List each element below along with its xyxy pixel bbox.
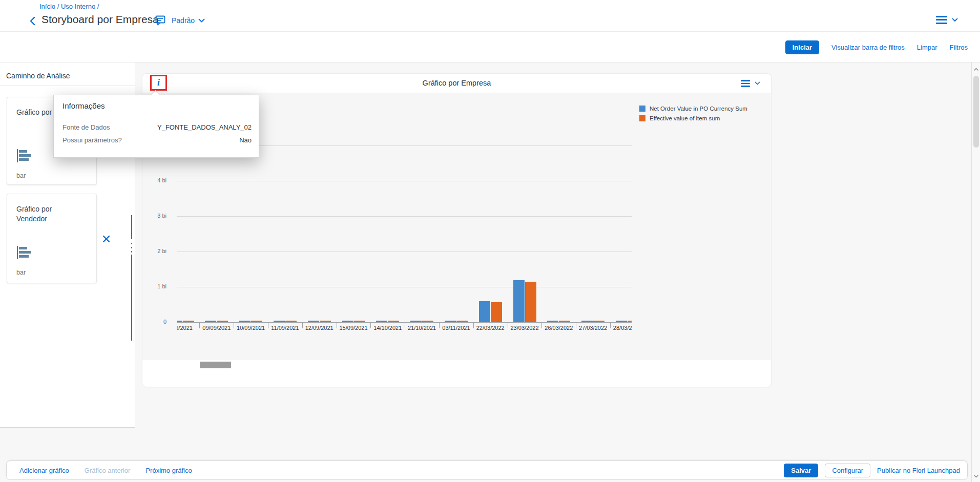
application-root: Início / Uso Interno / Storyboard por Em… bbox=[0, 0, 980, 482]
y-tick-label: 4 bi bbox=[157, 177, 166, 183]
bar[interactable] bbox=[491, 302, 502, 322]
scroll-up-icon[interactable] bbox=[973, 67, 979, 72]
click-highlight-box: i bbox=[150, 75, 167, 91]
y-tick-label: 2 bi bbox=[157, 248, 166, 254]
configure-button[interactable]: Configurar bbox=[825, 464, 870, 477]
publish-fiori-launchpad-link[interactable]: Publicar no Fiori Launchpad bbox=[877, 467, 960, 474]
hamburger-icon bbox=[936, 14, 947, 26]
remove-card-icon[interactable] bbox=[102, 235, 111, 243]
variant-selector[interactable]: Padrão bbox=[172, 16, 205, 25]
show-filter-bar-link[interactable]: Visualizar barra de filtros bbox=[831, 44, 905, 51]
gridline bbox=[177, 287, 632, 287]
bar[interactable] bbox=[593, 321, 604, 322]
back-icon[interactable] bbox=[29, 16, 37, 26]
popover-title: Informações bbox=[62, 101, 105, 110]
bar[interactable] bbox=[445, 321, 456, 322]
bar-chart-icon bbox=[16, 245, 33, 260]
divider bbox=[54, 116, 259, 116]
bar[interactable] bbox=[285, 321, 297, 322]
bar[interactable] bbox=[479, 301, 490, 322]
card-title: Gráfico por Vendedor bbox=[16, 204, 83, 224]
chevron-down-icon bbox=[198, 18, 205, 23]
gridline bbox=[177, 216, 632, 217]
informacoes-popover: Informações Fonte de Dados Y_FONTE_DADOS… bbox=[53, 95, 259, 158]
bar[interactable] bbox=[183, 321, 194, 322]
previous-chart-link: Gráfico anterior bbox=[85, 467, 131, 474]
bar[interactable] bbox=[239, 321, 251, 322]
chevron-down-icon bbox=[952, 18, 958, 22]
y-tick-label: 0 bbox=[163, 319, 166, 325]
chevron-down-icon bbox=[755, 81, 760, 86]
bar[interactable] bbox=[320, 321, 331, 322]
legend-item[interactable]: Net Order Value in PO Currency Sum bbox=[639, 106, 747, 112]
info-icon[interactable]: i bbox=[157, 77, 160, 88]
x-axis-line bbox=[177, 322, 632, 323]
legend-swatch-blue bbox=[639, 106, 645, 112]
bar[interactable] bbox=[308, 321, 319, 322]
legend-swatch-orange bbox=[639, 115, 645, 121]
scrollbar-thumb[interactable] bbox=[973, 76, 979, 148]
sidebar-splitter-handle[interactable] bbox=[131, 215, 133, 341]
x-tick-label: 28/03/2022 bbox=[604, 325, 632, 331]
page-vertical-scrollbar[interactable] bbox=[971, 62, 980, 482]
scroll-down-icon[interactable] bbox=[973, 473, 979, 479]
bar[interactable] bbox=[274, 321, 285, 322]
filters-link[interactable]: Filtros bbox=[950, 44, 968, 51]
bar[interactable] bbox=[342, 321, 353, 322]
bar[interactable] bbox=[628, 321, 632, 322]
bar[interactable] bbox=[456, 321, 468, 322]
action-toolbar: Iniciar Visualizar barra de filtros Limp… bbox=[0, 32, 980, 62]
save-button[interactable]: Salvar bbox=[784, 464, 818, 477]
bar[interactable] bbox=[422, 321, 433, 322]
bar[interactable] bbox=[547, 321, 558, 322]
bar[interactable] bbox=[559, 321, 570, 322]
bar[interactable] bbox=[525, 282, 536, 322]
y-tick-label: 3 bi bbox=[157, 213, 166, 219]
legend-label: Effective value of item sum bbox=[650, 115, 720, 121]
popover-row: Fonte de Dados Y_FONTE_DADOS_ANALY_02 bbox=[62, 123, 252, 131]
popover-row: Possui parâmetros? Não bbox=[62, 136, 252, 144]
comment-icon[interactable] bbox=[155, 15, 166, 26]
shell-menu-button[interactable] bbox=[936, 14, 958, 26]
page-title: Storyboard por Empresa bbox=[41, 13, 159, 26]
bar[interactable] bbox=[354, 321, 365, 322]
card-chart-type: bar bbox=[16, 269, 26, 276]
chart-menu-button[interactable] bbox=[741, 78, 760, 89]
shell-header: Início / Uso Interno / Storyboard por Em… bbox=[0, 0, 980, 32]
breadcrumb[interactable]: Início / Uso Interno / bbox=[39, 3, 99, 10]
bar-chart-icon bbox=[16, 149, 33, 163]
next-chart-link[interactable]: Próximo gráfico bbox=[145, 467, 192, 474]
clear-link[interactable]: Limpar bbox=[917, 44, 937, 51]
bar[interactable] bbox=[513, 280, 525, 322]
bar[interactable] bbox=[581, 321, 593, 322]
parameters-value: Não bbox=[239, 136, 252, 144]
footer-toolbar: Adicionar gráfico Gráfico anterior Próxi… bbox=[6, 460, 968, 480]
bar[interactable] bbox=[388, 321, 399, 322]
hamburger-icon bbox=[741, 78, 750, 89]
bar[interactable] bbox=[616, 321, 627, 322]
datasource-value: Y_FONTE_DADOS_ANALY_02 bbox=[157, 123, 252, 131]
bar[interactable] bbox=[410, 321, 422, 322]
y-tick-label: 1 bi bbox=[157, 283, 166, 289]
legend-label: Net Order Value in PO Currency Sum bbox=[650, 106, 747, 112]
bar[interactable] bbox=[177, 321, 182, 322]
parameters-label: Possui parâmetros? bbox=[62, 136, 122, 144]
chart-panel-header: Gráfico por Empresa i bbox=[142, 74, 771, 93]
legend-item[interactable]: Effective value of item sum bbox=[639, 115, 747, 121]
bar[interactable] bbox=[205, 321, 216, 322]
sidebar-title: Caminho de Análise bbox=[6, 72, 70, 80]
add-chart-link[interactable]: Adicionar gráfico bbox=[19, 467, 69, 474]
chart-scroll-track bbox=[142, 360, 771, 387]
divider bbox=[0, 86, 135, 86]
bar[interactable] bbox=[217, 321, 228, 322]
sidebar-card-grafico-por-vendedor[interactable]: Gráfico por Vendedor bar bbox=[7, 194, 97, 283]
bar[interactable] bbox=[376, 321, 387, 322]
gridline bbox=[177, 252, 632, 252]
start-button[interactable]: Iniciar bbox=[785, 40, 819, 54]
variant-label: Padrão bbox=[172, 16, 195, 25]
bar[interactable] bbox=[251, 321, 262, 322]
card-chart-type: bar bbox=[16, 172, 26, 179]
chart-horizontal-scrollbar-thumb[interactable] bbox=[200, 362, 231, 368]
gridline bbox=[177, 181, 632, 181]
datasource-label: Fonte de Dados bbox=[62, 123, 110, 131]
